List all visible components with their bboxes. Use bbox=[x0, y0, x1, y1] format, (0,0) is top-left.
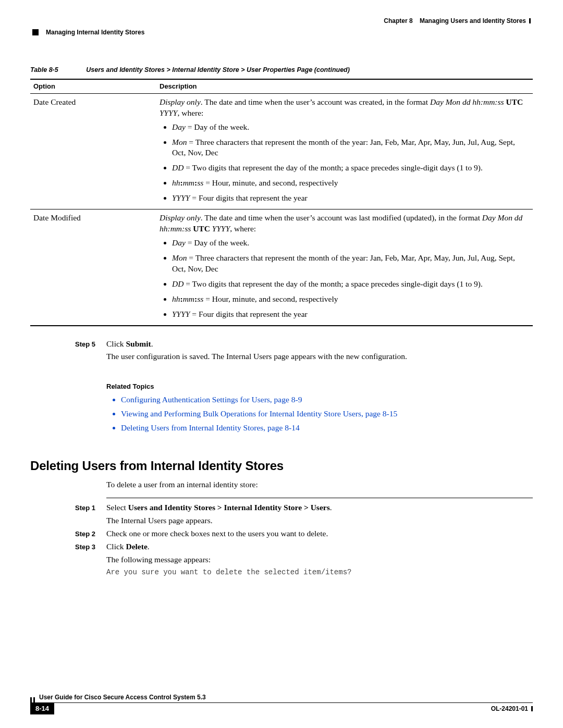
list-item: DD = Two digits that represent the day o… bbox=[172, 163, 530, 174]
table-caption: Table 8-5 Users and Identity Stores > In… bbox=[30, 66, 533, 75]
step-5-label: Step 5 bbox=[75, 339, 106, 363]
description-cell: Display only. The date and time when the… bbox=[156, 209, 533, 326]
doc-number: OL-24201-01 bbox=[491, 705, 528, 713]
list-item: Day = Day of the week. bbox=[172, 238, 530, 249]
square-icon bbox=[32, 29, 39, 35]
related-link[interactable]: Configuring Authentication Settings for … bbox=[121, 394, 533, 405]
header-rule-icon bbox=[529, 18, 531, 23]
option-cell: Date Modified bbox=[30, 209, 156, 326]
related-link[interactable]: Deleting Users from Internal Identity St… bbox=[121, 423, 533, 434]
page: Chapter 8 Managing Users and Identity St… bbox=[0, 0, 563, 728]
step-5-body: Click Submit. The user configuration is … bbox=[106, 339, 533, 363]
step-5-result: The user configuration is saved. The Int… bbox=[106, 351, 533, 362]
description-cell: Display only. The date and time when the… bbox=[156, 93, 533, 209]
list-item: hh:mm:ss = Hour, minute, and second, res… bbox=[172, 178, 530, 189]
step-body: Select Users and Identity Stores > Inter… bbox=[106, 502, 533, 526]
step-row: Step 1Select Users and Identity Stores >… bbox=[75, 502, 533, 526]
footer-rule-icon bbox=[33, 697, 35, 702]
option-cell: Date Created bbox=[30, 93, 156, 209]
step-label: Step 3 bbox=[75, 541, 106, 565]
footer-rule-icon bbox=[531, 706, 533, 711]
list-item: hh:mm:ss = Hour, minute, and second, res… bbox=[172, 294, 530, 305]
chapter-label: Chapter 8 bbox=[384, 17, 412, 25]
section-title: Managing Internal Identity Stores bbox=[46, 28, 144, 36]
col-option: Option bbox=[30, 79, 156, 93]
related-topics-heading: Related Topics bbox=[106, 382, 533, 391]
chapter-title: Managing Users and Identity Stores bbox=[420, 17, 526, 25]
confirm-message: Are you sure you want to delete the sele… bbox=[106, 567, 533, 577]
list-item: Mon = Three characters that represent th… bbox=[172, 137, 530, 159]
step-body: Check one or more check boxes next to th… bbox=[106, 528, 533, 539]
footer-book-title: User Guide for Cisco Secure Access Contr… bbox=[39, 693, 206, 702]
step-body: Click Delete.The following message appea… bbox=[106, 541, 533, 565]
list-item: YYYY = Four digits that represent the ye… bbox=[172, 193, 530, 204]
section-intro: To delete a user from an internal identi… bbox=[106, 479, 533, 490]
page-footer: User Guide for Cisco Secure Access Contr… bbox=[30, 693, 533, 714]
table-label: Table 8-5 bbox=[30, 66, 84, 73]
list-item: Day = Day of the week. bbox=[172, 122, 530, 133]
col-description: Description bbox=[156, 79, 533, 93]
page-number: 8-14 bbox=[30, 703, 54, 714]
section-heading: Deleting Users from Internal Identity St… bbox=[30, 458, 533, 474]
related-links: Configuring Authentication Settings for … bbox=[106, 394, 533, 434]
list-item: YYYY = Four digits that represent the ye… bbox=[172, 309, 530, 320]
step-label: Step 1 bbox=[75, 502, 106, 526]
step-5-block: Step 5 Click Submit. The user configurat… bbox=[30, 339, 533, 363]
list-item: Mon = Three characters that represent th… bbox=[172, 253, 530, 275]
table-title: Users and Identity Stores > Internal Ide… bbox=[86, 66, 350, 73]
running-header-left: Managing Internal Identity Stores bbox=[32, 28, 533, 36]
running-header-right: Chapter 8 Managing Users and Identity St… bbox=[30, 17, 531, 25]
table-row: Date ModifiedDisplay only. The date and … bbox=[30, 209, 533, 326]
step-label: Step 2 bbox=[75, 528, 106, 539]
properties-table: Option Description Date CreatedDisplay o… bbox=[30, 79, 533, 326]
related-link[interactable]: Viewing and Performing Bulk Operations f… bbox=[121, 409, 533, 419]
table-row: Date CreatedDisplay only. The date and t… bbox=[30, 93, 533, 209]
list-item: DD = Two digits that represent the day o… bbox=[172, 279, 530, 290]
step-row: Step 2Check one or more check boxes next… bbox=[75, 528, 533, 539]
step-row: Step 3Click Delete.The following message… bbox=[75, 541, 533, 565]
separator bbox=[106, 498, 533, 498]
footer-rule-icon bbox=[30, 697, 32, 702]
